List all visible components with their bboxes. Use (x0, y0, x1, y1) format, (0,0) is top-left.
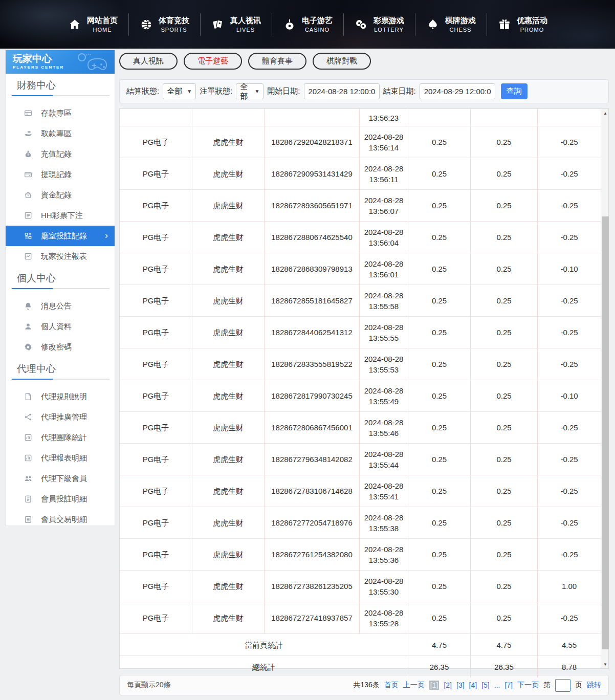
nav-item-sports[interactable]: 体育竞技SPORTS (129, 15, 200, 34)
tab-真人視訊[interactable]: 真人視訊 (119, 53, 178, 70)
page-link-7[interactable]: [7] (504, 681, 513, 689)
page-jump-input[interactable] (555, 679, 570, 692)
sidebar-item-取款專區[interactable]: 取款專區› (6, 123, 115, 144)
valid-amount-cell: 0.25 (471, 475, 538, 507)
nav-item-home[interactable]: 网站首页HOME (57, 15, 128, 34)
sidebar-item-代理團隊統計[interactable]: 代理團隊統計› (6, 427, 115, 448)
sidebar-item-會員交易明細[interactable]: 會員交易明細› (6, 509, 115, 530)
table-row: PG电子虎虎生财18286728683097989132024-08-2813:… (120, 253, 601, 285)
jump-suffix-text: 页 (575, 681, 582, 690)
page-link-5[interactable]: [5] (481, 681, 490, 689)
table-scrollbar[interactable]: ▲ ▼ (601, 109, 608, 668)
bet-id-cell: 1828672844062541312 (265, 317, 360, 348)
jump-button[interactable]: 跳转 (587, 681, 601, 690)
bell-icon (24, 301, 33, 311)
bet-provider-cell: PG电子 (120, 126, 192, 158)
sidebar-item-label: 廳室投註記錄 (41, 231, 87, 241)
scroll-down-arrow-icon[interactable]: ▼ (601, 660, 609, 668)
bet-game-cell: 虎虎生财 (192, 380, 265, 411)
sidebar-item-HH彩票下注[interactable]: HH彩票下注› (6, 205, 115, 226)
payout-cell: -0.25 (538, 222, 601, 253)
nav-item-lives[interactable]: 真人视讯LIVES (201, 15, 272, 34)
bet-date-text: 2024-08-28 (364, 576, 404, 586)
payout-cell: -0.25 (538, 507, 601, 538)
start-date-input[interactable] (304, 83, 380, 99)
first-page-link[interactable]: 首页 (384, 681, 399, 690)
bet-time-text: 13:56:11 (369, 174, 398, 185)
bet-time-cell: 2024-08-2813:55:49 (360, 380, 408, 411)
bet-date-text: 2024-08-28 (364, 607, 404, 618)
cards-icon (211, 18, 225, 31)
sidebar-item-資金記錄[interactable]: 資金記錄› (6, 185, 115, 205)
bet-amount-cell: 0.25 (408, 571, 471, 602)
nav-item-text: 体育竞技SPORTS (159, 15, 189, 34)
tab-電子遊藝[interactable]: 電子遊藝 (184, 53, 242, 70)
tab-棋牌對戰[interactable]: 棋牌對戰 (313, 53, 371, 70)
players-center-header: 玩家中心 PLAYERS CENTER (6, 50, 115, 74)
scrollbar-thumb[interactable] (602, 216, 609, 649)
sidebar-item-代理規則說明[interactable]: 代理規則說明› (6, 386, 115, 407)
section-underline-accent (12, 95, 53, 96)
bet-game-cell: 虎虎生财 (192, 158, 265, 189)
nav-item-lottery[interactable]: 彩票游戏LOTTERY (344, 15, 415, 34)
sidebar-item-代理下級會員[interactable]: 代理下級會員› (6, 468, 115, 489)
bet-game-cell: 虎虎生财 (192, 285, 265, 316)
page-link-1[interactable]: [1] (429, 681, 440, 690)
sidebar-item-修改密碼[interactable]: 修改密碼› (6, 337, 115, 357)
sidebar-item-會員投註明細[interactable]: 會員投註明細› (6, 489, 115, 509)
bet-id-cell: 1828672738261235205 (265, 571, 360, 602)
bet-game-cell: 虎虎生财 (192, 539, 265, 570)
sidebar-section: 代理中心代理規則說明›代理推廣管理›代理團隊統計›代理報表明細›代理下級會員›會… (6, 357, 115, 530)
sidebar-item-存款專區[interactable]: 存款專區› (6, 103, 115, 123)
end-date-input[interactable] (420, 83, 495, 99)
basketball-icon (140, 18, 153, 31)
scroll-up-arrow-icon[interactable]: ▲ (601, 109, 609, 117)
bet-game-cell: 虎虎生财 (192, 571, 265, 602)
nav-item-chess[interactable]: 棋牌游戏CHESS (415, 15, 487, 34)
sidebar-item-充值記錄[interactable]: 充值記錄› (6, 144, 115, 164)
nav-item-casino[interactable]: 电子游艺CASINO (272, 15, 343, 34)
cell: 13:56:23 (360, 109, 408, 126)
sidebar-item-代理報表明細[interactable]: 代理報表明細› (6, 448, 115, 468)
report-icon (24, 252, 33, 261)
tab-體育賽事[interactable]: 體育賽事 (248, 53, 306, 70)
page-link-4[interactable]: [4] (469, 681, 477, 689)
bet-id-cell: 1828672772054718976 (265, 507, 360, 538)
page-link-3[interactable]: [3] (456, 681, 465, 689)
sidebar-item-個人資料[interactable]: 個人資料› (6, 316, 115, 337)
prev-page-link[interactable]: 上一页 (403, 681, 425, 690)
nav-item-promo[interactable]: 优惠活动PROMO (487, 15, 558, 34)
sidebar-item-消息公告[interactable]: 消息公告› (6, 296, 115, 316)
sidebar: 玩家中心 PLAYERS CENTER 財務中心存款專區›取款專區›充值記錄›提… (5, 50, 115, 526)
page-size-text: 每頁顯示20條 (127, 681, 171, 690)
nav-item-label-zh: 体育竞技 (159, 15, 189, 25)
bet-provider-cell-text: PG电子 (143, 390, 169, 401)
table-row: PG电子虎虎生财18286728551816458272024-08-2813:… (120, 285, 601, 317)
sidebar-section-title: 財務中心 (6, 79, 115, 92)
bet-game-cell: 虎虎生财 (192, 602, 265, 633)
page-number-links: [1][2][3][4][5]...[7] (429, 681, 513, 690)
bet-amount-cell: 0.25 (408, 444, 471, 475)
table-row: PG电子虎虎生财18286727274189378572024-08-2813:… (120, 602, 601, 634)
sidebar-item-廳室投註記錄[interactable]: 廳室投註記錄› (6, 226, 115, 246)
sidebar-item-list: 存款專區›取款專區›充值記錄›提現記錄›資金記錄›HH彩票下注›廳室投註記錄›玩… (6, 103, 115, 267)
page-link-2[interactable]: [2] (444, 681, 452, 689)
cell (471, 109, 538, 126)
settle-status-select[interactable]: 全部 ▼ (163, 83, 196, 99)
bet-time-cell: 2024-08-2813:55:55 (360, 317, 408, 348)
payout-cell: -0.10 (538, 253, 601, 285)
valid-amount-cell: 0.25 (471, 285, 538, 316)
bet-game-cell: 虎虎生财 (192, 222, 265, 253)
bet-amount-cell-text: 0.25 (432, 232, 447, 243)
sidebar-item-玩家投注報表[interactable]: 玩家投注報表› (6, 246, 115, 267)
bet-time-cell: 2024-08-2813:55:41 (360, 475, 408, 507)
sidebar-item-提現記錄[interactable]: 提現記錄› (6, 164, 115, 185)
payout-cell-text: -0.25 (560, 137, 578, 147)
order-status-select[interactable]: 全部 ▼ (236, 83, 263, 99)
search-button[interactable]: 查詢 (501, 83, 528, 99)
payout-cell-text: -0.25 (560, 200, 578, 211)
total-label-text: 當前頁統計 (245, 640, 283, 650)
payout-cell: -0.25 (538, 348, 601, 380)
sidebar-item-代理推廣管理[interactable]: 代理推廣管理› (6, 407, 115, 427)
next-page-link[interactable]: 下一页 (517, 681, 539, 690)
